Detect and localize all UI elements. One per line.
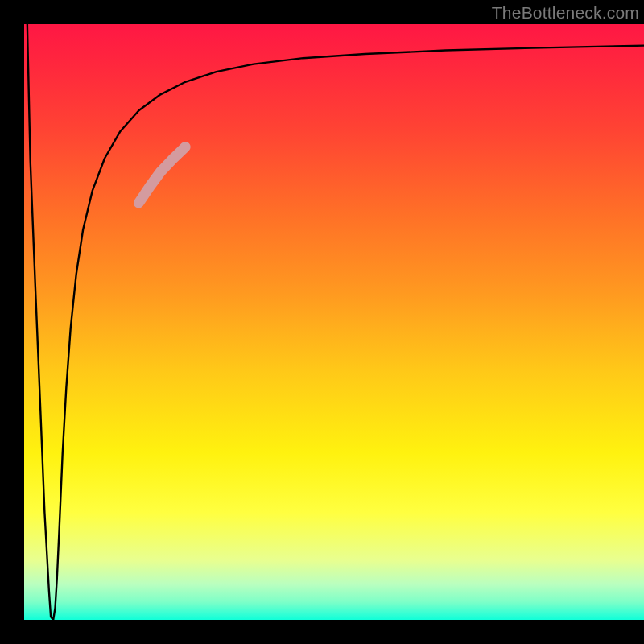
bottleneck-curve [27,24,644,620]
attribution-label: TheBottleneck.com [492,3,639,23]
highlight-segment [138,147,185,203]
plot-area [24,24,644,620]
curve-layer [24,24,644,620]
chart-frame: TheBottleneck.com [0,0,644,644]
